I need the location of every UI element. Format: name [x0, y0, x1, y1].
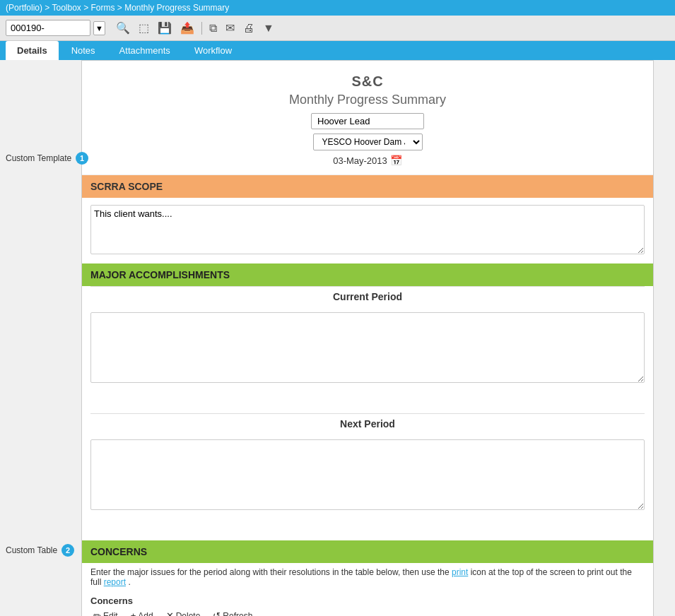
next-period-body: [82, 432, 653, 519]
add-label: Add: [138, 611, 153, 617]
lead-input[interactable]: [311, 113, 424, 129]
form-title: Monthly Progress Summary: [96, 93, 639, 107]
tabs-bar: Details Notes Attachments Workflow: [0, 41, 675, 60]
print-dropdown-btn[interactable]: ▼: [259, 20, 278, 37]
form-lead-row: [96, 113, 639, 129]
edit-button[interactable]: ✏ Edit: [90, 609, 121, 616]
major-accomplishments-header: MAJOR ACCOMPLISHMENTS: [82, 263, 653, 286]
delete-button[interactable]: ✕ Delete: [163, 609, 204, 616]
delete-icon: ✕: [166, 610, 174, 616]
form-job-row: YESCO Hoover Dam Job: [96, 134, 639, 150]
custom-template-label-group: Custom Template 1: [6, 152, 88, 165]
search-button[interactable]: 🔍: [112, 19, 134, 37]
record-input[interactable]: [6, 20, 90, 36]
toolbar: ▼ 🔍 ⬚ 💾 📤 ⧉ ✉ 🖨 ▼: [0, 16, 675, 41]
toolbar-icons: 🔍 ⬚ 💾 📤 ⧉ ✉ 🖨 ▼: [112, 19, 278, 37]
refresh-button[interactable]: ↺ Refresh: [210, 609, 255, 616]
concerns-print-link[interactable]: print: [452, 567, 468, 577]
form-date: 03-May-2013: [333, 155, 387, 166]
delete-label: Delete: [176, 611, 201, 617]
add-icon: +: [131, 610, 136, 616]
accomplishments-spacer: [82, 392, 653, 413]
form-header: S&C Monthly Progress Summary YESCO Hoove…: [82, 61, 653, 175]
concerns-desc-end: .: [128, 577, 130, 587]
tab-workflow[interactable]: Workflow: [183, 41, 243, 60]
tab-attachments[interactable]: Attachments: [108, 41, 182, 60]
record-dropdown-btn[interactable]: ▼: [93, 21, 105, 35]
record-selector: ▼: [6, 20, 105, 36]
custom-template-text: Custom Template: [6, 153, 71, 163]
concerns-report-link[interactable]: report: [104, 577, 126, 587]
right-margin: [654, 60, 675, 616]
current-period-label: Current Period: [82, 287, 653, 305]
main-layout: Custom Template 1 Custom Table 2 S&C Mon…: [0, 60, 675, 616]
frame-button[interactable]: ⬚: [135, 19, 153, 37]
custom-table-label-group: Custom Table 2: [6, 544, 74, 557]
concerns-table-area: Concerns ✏ Edit + Add ✕ Delete ↺ Refresh: [82, 591, 653, 616]
custom-table-text: Custom Table: [6, 545, 57, 555]
copy-button[interactable]: ⧉: [206, 20, 221, 37]
scrra-scope-textarea[interactable]: This client wants....: [90, 205, 645, 254]
next-period-textarea[interactable]: [90, 439, 645, 510]
refresh-label: Refresh: [223, 611, 252, 617]
breadcrumb-bar: (Portfolio) > Toolbox > Forms > Monthly …: [0, 0, 675, 16]
export-button[interactable]: 📤: [177, 19, 198, 37]
separator-1: [201, 22, 202, 35]
table-toolbar: ✏ Edit + Add ✕ Delete ↺ Refresh: [90, 609, 645, 616]
scrra-scope-body: This client wants....: [82, 198, 653, 263]
concerns-desc-start: Enter the major issues for the period al…: [90, 567, 450, 577]
form-date-row: 03-May-2013 📅: [96, 155, 639, 166]
breadcrumb: (Portfolio) > Toolbox > Forms > Monthly …: [6, 3, 229, 13]
email-button[interactable]: ✉: [222, 19, 238, 37]
edit-label: Edit: [103, 611, 118, 617]
left-margin: Custom Template 1 Custom Table 2: [0, 60, 81, 616]
content-area: S&C Monthly Progress Summary YESCO Hoove…: [81, 60, 654, 616]
accomplishments-block: Current Period Next Period: [82, 286, 653, 540]
bottom-spacer: [82, 519, 653, 540]
add-button[interactable]: + Add: [128, 609, 156, 616]
next-period-label: Next Period: [82, 414, 653, 432]
concerns-description: Enter the major issues for the period al…: [82, 563, 653, 591]
concerns-table-label: Concerns: [90, 596, 645, 606]
concerns-header: CONCERNS: [82, 540, 653, 563]
calendar-icon[interactable]: 📅: [390, 155, 402, 166]
current-period-textarea[interactable]: [90, 312, 645, 383]
scrra-scope-header: SCRRA SCOPE: [82, 175, 653, 198]
job-select[interactable]: YESCO Hoover Dam Job: [313, 134, 423, 150]
save-button[interactable]: 💾: [154, 19, 175, 37]
custom-table-badge: 2: [61, 544, 74, 557]
custom-template-badge: 1: [76, 152, 88, 165]
tab-notes[interactable]: Notes: [60, 41, 107, 60]
refresh-icon: ↺: [213, 610, 221, 616]
tab-details[interactable]: Details: [6, 41, 59, 60]
print-button[interactable]: 🖨: [240, 20, 258, 37]
edit-icon: ✏: [93, 610, 101, 616]
current-period-body: [82, 305, 653, 392]
form-company: S&C: [96, 73, 639, 90]
